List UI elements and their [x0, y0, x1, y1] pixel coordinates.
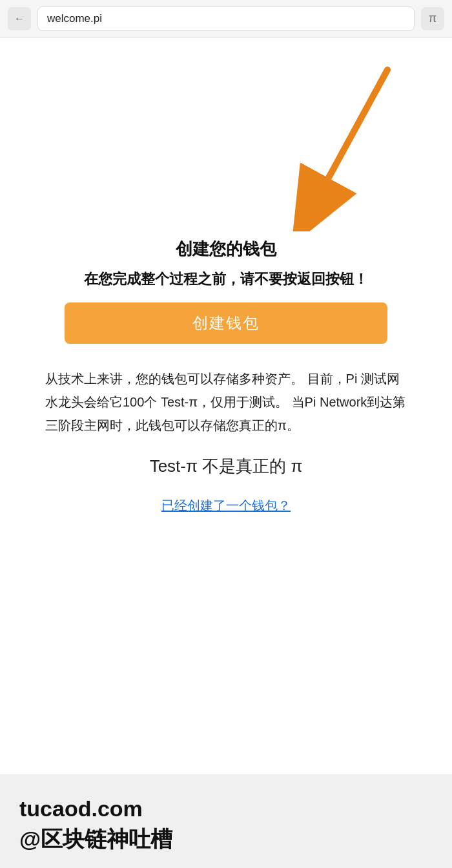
- back-icon: ←: [14, 13, 25, 25]
- already-created-link[interactable]: 已经创建了一个钱包？: [161, 497, 291, 514]
- svg-line-1: [310, 70, 387, 212]
- pi-icon-button[interactable]: π: [421, 7, 444, 30]
- watermark-section: tucaod.com @区块链神吐槽: [0, 774, 452, 868]
- page-title: 创建您的钱包: [84, 238, 368, 260]
- pi-icon: π: [429, 12, 437, 25]
- browser-bar: ← welcome.pi π: [0, 0, 452, 37]
- test-notice: Test-π 不是真正的 π: [150, 455, 303, 478]
- watermark-line2: @区块链神吐槽: [19, 824, 433, 855]
- address-bar[interactable]: welcome.pi: [37, 6, 415, 31]
- title-section: 创建您的钱包 在您完成整个过程之前，请不要按返回按钮！: [84, 238, 368, 290]
- url-text: welcome.pi: [47, 12, 102, 25]
- main-content: 创建您的钱包 在您完成整个过程之前，请不要按返回按钮！ 创建钱包 从技术上来讲，…: [0, 37, 452, 774]
- description-text: 从技术上来讲，您的钱包可以存储多种资产。 目前，Pi 测试网水龙头会给它100个…: [45, 367, 407, 437]
- back-button[interactable]: ←: [8, 7, 31, 30]
- watermark-line1: tucaod.com: [19, 794, 433, 825]
- create-wallet-button[interactable]: 创建钱包: [65, 302, 387, 344]
- arrow-area: [26, 63, 426, 231]
- arrow-graphic: [271, 63, 413, 231]
- warning-text: 在您完成整个过程之前，请不要按返回按钮！: [84, 268, 368, 290]
